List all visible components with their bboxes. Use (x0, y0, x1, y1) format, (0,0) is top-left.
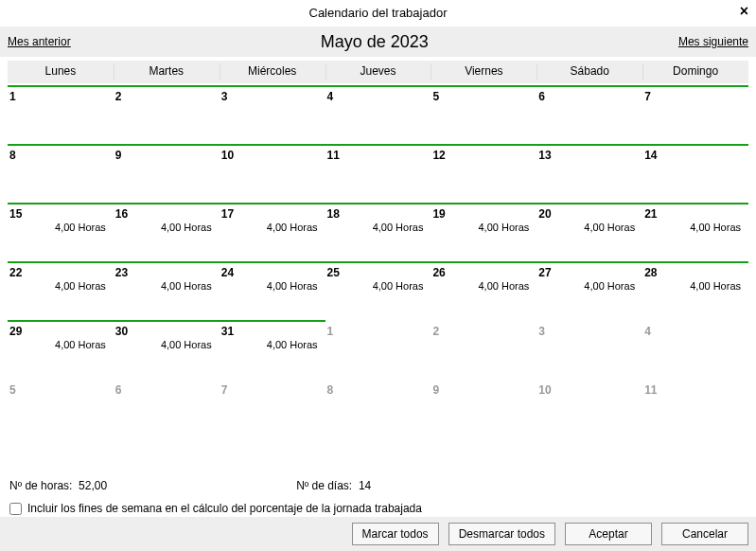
day-number: 13 (538, 146, 642, 162)
day-cell[interactable]: 244,00 Horas (220, 261, 325, 320)
close-icon[interactable]: × (740, 2, 748, 21)
day-cell[interactable]: 3 (220, 85, 325, 144)
day-cell[interactable]: 11 (325, 144, 431, 203)
calendar-grid: 1234567891011121314154,00 Horas164,00 Ho… (8, 85, 748, 437)
day-cell[interactable]: 314,00 Horas (220, 320, 325, 379)
day-cell[interactable]: 14 (642, 144, 748, 203)
day-cell[interactable]: 204,00 Horas (536, 203, 642, 261)
day-cell[interactable]: 294,00 Horas (8, 320, 114, 379)
button-bar: Marcar todos Desmarcar todos Aceptar Can… (0, 517, 756, 551)
week-row: 891011121314 (8, 144, 748, 203)
day-number: 30 (115, 322, 220, 338)
next-month-link[interactable]: Mes siguiente (678, 35, 748, 48)
week-row: 154,00 Horas164,00 Horas174,00 Horas184,… (8, 203, 748, 261)
day-cell: 11 (642, 379, 748, 437)
day-cell: 8 (325, 379, 431, 437)
day-hours: 4,00 Horas (584, 222, 635, 233)
day-cell: 1 (325, 320, 431, 379)
day-cell[interactable]: 4 (325, 85, 431, 144)
day-hours: 4,00 Horas (267, 339, 318, 350)
month-nav: Mes anterior Mayo de 2023 Mes siguiente (0, 27, 756, 57)
footer: Nº de horas: 52,00 Nº de días: 14 Inclui… (0, 479, 756, 515)
day-cell[interactable]: 164,00 Horas (114, 203, 220, 261)
day-cell: 7 (220, 379, 325, 437)
day-hours: 4,00 Horas (161, 280, 212, 292)
day-cell[interactable]: 214,00 Horas (642, 203, 748, 261)
day-hours: 4,00 Horas (55, 280, 106, 292)
day-number: 2 (115, 87, 220, 103)
day-hours: 4,00 Horas (161, 222, 212, 233)
days-summary: Nº de días: 14 (296, 479, 371, 492)
day-cell[interactable]: 234,00 Horas (114, 261, 220, 320)
day-cell[interactable]: 1 (8, 85, 114, 144)
day-number: 20 (538, 204, 642, 221)
prev-month-link[interactable]: Mes anterior (8, 35, 71, 48)
day-number: 14 (644, 146, 748, 162)
weekday-header-cell: Martes (114, 61, 220, 83)
day-cell[interactable]: 264,00 Horas (431, 261, 536, 320)
hours-summary: Nº de horas: 52,00 (9, 479, 107, 492)
day-number: 15 (9, 204, 114, 221)
day-cell[interactable]: 13 (536, 144, 642, 203)
accept-button[interactable]: Aceptar (565, 523, 652, 545)
day-hours: 4,00 Horas (267, 222, 318, 233)
weekday-header-cell: Viernes (431, 61, 536, 83)
day-number: 11 (644, 381, 748, 397)
week-row: 1234567 (8, 85, 748, 144)
day-cell[interactable]: 6 (536, 85, 642, 144)
day-number: 4 (644, 322, 748, 338)
day-cell[interactable]: 5 (431, 85, 536, 144)
day-cell[interactable]: 224,00 Horas (8, 261, 114, 320)
day-number: 12 (432, 146, 536, 162)
day-number: 3 (538, 322, 642, 338)
day-cell[interactable]: 174,00 Horas (220, 203, 325, 261)
day-number: 19 (432, 204, 536, 221)
day-cell[interactable]: 7 (642, 85, 748, 144)
month-label: Mayo de 2023 (321, 32, 429, 52)
day-cell[interactable]: 12 (431, 144, 536, 203)
weekday-header-cell: Miércoles (220, 61, 325, 83)
day-cell[interactable]: 184,00 Horas (325, 203, 431, 261)
weekend-checkbox-label: Incluir los fines de semana en el cálcul… (27, 502, 422, 515)
day-cell[interactable]: 274,00 Horas (536, 261, 642, 320)
day-hours: 4,00 Horas (55, 339, 106, 350)
day-number: 24 (221, 263, 325, 279)
day-cell[interactable]: 304,00 Horas (114, 320, 220, 379)
day-hours: 4,00 Horas (373, 222, 424, 233)
day-cell[interactable]: 154,00 Horas (8, 203, 114, 261)
day-cell[interactable]: 254,00 Horas (325, 261, 431, 320)
day-cell[interactable]: 194,00 Horas (431, 203, 536, 261)
day-cell[interactable]: 284,00 Horas (642, 261, 748, 320)
day-number: 7 (221, 381, 325, 397)
day-cell[interactable]: 2 (114, 85, 220, 144)
day-number: 16 (115, 204, 220, 221)
cancel-button[interactable]: Cancelar (661, 523, 748, 545)
weekday-header-cell: Jueves (325, 61, 431, 83)
day-number: 28 (644, 263, 748, 279)
day-number: 6 (115, 381, 220, 397)
day-number: 8 (9, 146, 114, 162)
day-number: 23 (115, 263, 220, 279)
day-hours: 4,00 Horas (690, 280, 741, 292)
week-row: 567891011 (8, 379, 748, 437)
day-cell[interactable]: 8 (8, 144, 114, 203)
day-cell: 3 (536, 320, 642, 379)
weekend-checkbox[interactable] (9, 503, 22, 515)
day-cell[interactable]: 10 (220, 144, 325, 203)
week-row: 294,00 Horas304,00 Horas314,00 Horas1234 (8, 320, 748, 379)
unmark-all-button[interactable]: Desmarcar todos (448, 523, 555, 545)
day-cell: 9 (431, 379, 536, 437)
weekend-checkbox-row[interactable]: Incluir los fines de semana en el cálcul… (9, 502, 747, 515)
mark-all-button[interactable]: Marcar todos (352, 523, 439, 545)
day-number: 5 (432, 87, 536, 103)
day-hours: 4,00 Horas (55, 222, 106, 233)
day-number: 9 (432, 381, 536, 397)
day-number: 3 (221, 87, 325, 103)
day-hours: 4,00 Horas (373, 280, 424, 292)
day-number: 1 (9, 87, 114, 103)
day-hours: 4,00 Horas (478, 280, 529, 292)
day-cell: 2 (431, 320, 536, 379)
day-hours: 4,00 Horas (161, 339, 212, 350)
window-title: Calendario del trabajador (309, 6, 448, 20)
day-cell[interactable]: 9 (114, 144, 220, 203)
